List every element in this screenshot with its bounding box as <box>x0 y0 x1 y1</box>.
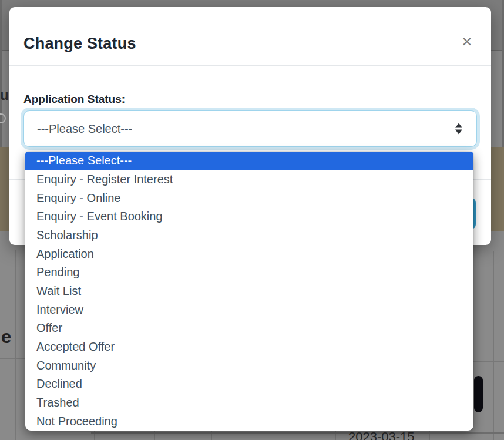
background-clipped-letter: e <box>1 327 11 348</box>
dropdown-option[interactable]: Wait List <box>25 282 473 301</box>
select-updown-icon <box>455 123 462 135</box>
chevron-down-icon <box>455 130 462 135</box>
dropdown-option[interactable]: Accepted Offer <box>25 338 473 357</box>
dropdown-option[interactable]: Scholarship <box>25 226 473 245</box>
modal-header: Change Status ✕ <box>9 7 491 66</box>
status-dropdown-list: ---Please Select---Enquiry - Register In… <box>25 152 473 431</box>
dropdown-option[interactable]: Declined <box>25 375 473 394</box>
application-status-label: Application Status: <box>23 93 125 106</box>
application-status-select[interactable]: ---Please Select--- <box>23 110 477 147</box>
dropdown-option[interactable]: ---Please Select--- <box>25 152 473 170</box>
background-input-corner-fragment <box>0 113 6 123</box>
dropdown-option[interactable]: Offer <box>25 319 473 338</box>
dark-scrollbar-thumb[interactable] <box>474 376 483 412</box>
dropdown-option[interactable]: Enquiry - Online <box>25 189 473 207</box>
table-column-line <box>15 250 16 440</box>
dropdown-option[interactable]: Community <box>25 356 473 375</box>
table-column-line <box>493 251 494 440</box>
dropdown-option[interactable]: Enquiry - Register Interest <box>25 170 473 189</box>
table-row-line <box>0 358 26 359</box>
table-date-cell: 2023-03-15 <box>348 429 415 440</box>
dropdown-option[interactable]: Application <box>25 244 473 263</box>
dropdown-option[interactable]: Pending <box>25 263 473 282</box>
modal-title: Change Status <box>23 35 136 53</box>
dropdown-option[interactable]: Trashed <box>25 394 473 412</box>
table-row-line <box>91 432 504 434</box>
dropdown-option[interactable]: Enquiry - Event Booking <box>25 207 473 226</box>
close-icon: ✕ <box>461 34 472 49</box>
close-button[interactable]: ✕ <box>457 32 477 52</box>
chevron-up-icon <box>455 123 462 128</box>
background-left-edge <box>0 0 2 149</box>
select-current-value: ---Please Select--- <box>24 122 132 136</box>
table-row-line <box>473 361 504 362</box>
dropdown-option[interactable]: Not Proceeding <box>25 412 473 431</box>
dropdown-option[interactable]: Interview <box>25 300 473 319</box>
screen: us e 2023-03-15 Change Status ✕ Applicat… <box>0 0 504 440</box>
